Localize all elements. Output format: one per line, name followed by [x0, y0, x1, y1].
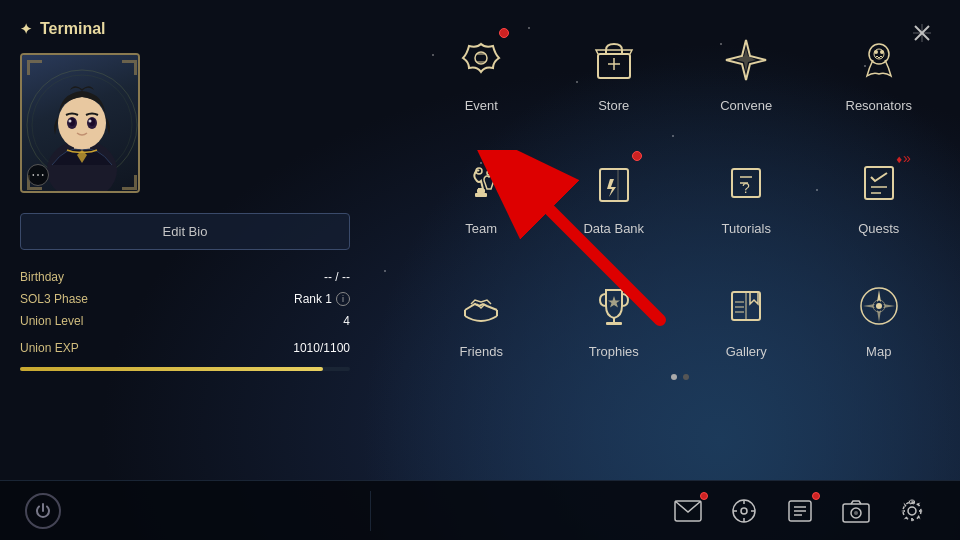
menu-item-map[interactable]: Map: [818, 266, 941, 369]
svg-point-26: [487, 171, 491, 175]
svg-point-21: [874, 50, 878, 54]
exp-bar-container: [20, 367, 350, 371]
mail-button[interactable]: [670, 493, 706, 529]
team-label: Team: [465, 221, 497, 236]
convene-label: Convene: [720, 98, 772, 113]
menu-item-friends[interactable]: Friends: [420, 266, 543, 369]
quests-icon-wrap: ⬧»: [849, 153, 909, 213]
bottom-right: [371, 493, 960, 529]
power-button[interactable]: [25, 493, 61, 529]
map-icon-wrap: [849, 276, 909, 336]
svg-point-14: [89, 120, 92, 123]
union-exp-label: Union EXP: [20, 341, 79, 355]
menu-item-team[interactable]: Team: [420, 143, 543, 246]
union-level-label: Union Level: [20, 314, 83, 328]
svg-rect-27: [600, 169, 628, 201]
menu-item-quests[interactable]: ⬧» Quests: [818, 143, 941, 246]
activity-button[interactable]: [726, 493, 762, 529]
terminal-title-text: Terminal: [40, 20, 106, 38]
data-bank-icon-wrap: [584, 153, 644, 213]
event-badge: [499, 28, 509, 38]
menu-item-tutorials[interactable]: ? Tutorials: [685, 143, 808, 246]
avatar-options-button[interactable]: ⋯: [27, 164, 49, 186]
camera-icon: [842, 499, 870, 523]
data-bank-icon: [590, 159, 638, 207]
camera-button[interactable]: [838, 493, 874, 529]
tutorials-icon: ?: [722, 159, 770, 207]
union-level-row: Union Level 4: [20, 314, 350, 328]
friends-icon: [457, 282, 505, 330]
menu-list-button[interactable]: [782, 493, 818, 529]
menu-badge: [812, 492, 820, 500]
svg-point-44: [741, 508, 747, 514]
sol3-info-icon[interactable]: i: [336, 292, 350, 306]
birthday-row: Birthday -- / --: [20, 270, 350, 284]
bottom-left: [0, 493, 370, 529]
store-icon-wrap: [584, 30, 644, 90]
svg-point-8: [58, 97, 106, 149]
map-icon: [855, 282, 903, 330]
trophies-icon: [590, 282, 638, 330]
convene-icon-wrap: [716, 30, 776, 90]
union-exp-row: Union EXP 1010/1100: [20, 341, 350, 355]
sol3-label: SOL3 Phase: [20, 292, 88, 306]
menu-item-gallery[interactable]: Gallery: [685, 266, 808, 369]
resonators-icon-wrap: [849, 30, 909, 90]
svg-point-56: [908, 507, 916, 515]
data-bank-label: Data Bank: [583, 221, 644, 236]
convene-icon: [722, 36, 770, 84]
map-label: Map: [866, 344, 891, 359]
sol3-row: SOL3 Phase Rank 1 i: [20, 292, 350, 306]
team-icon-wrap: [451, 153, 511, 213]
quests-icon: [855, 159, 903, 207]
menu-item-convene[interactable]: Convene: [685, 20, 808, 123]
main-menu: Event Store Con: [420, 20, 940, 380]
store-icon: [590, 36, 638, 84]
svg-rect-23: [475, 193, 487, 197]
gallery-label: Gallery: [726, 344, 767, 359]
birthday-label: Birthday: [20, 270, 64, 284]
union-level-value: 4: [343, 314, 350, 328]
avatar-section: ⋯: [20, 53, 350, 193]
svg-point-55: [854, 511, 858, 515]
svg-rect-32: [606, 322, 622, 325]
resonators-icon: [855, 36, 903, 84]
svg-text:?: ?: [742, 180, 750, 196]
gallery-icon: [722, 282, 770, 330]
gallery-icon-wrap: [716, 276, 776, 336]
exp-bar-fill: [20, 367, 323, 371]
settings-button[interactable]: [894, 493, 930, 529]
svg-rect-30: [865, 167, 893, 199]
tutorials-icon-wrap: ?: [716, 153, 776, 213]
edit-bio-button[interactable]: Edit Bio: [20, 213, 350, 250]
pagination-dot-1[interactable]: [671, 374, 677, 380]
menu-item-trophies[interactable]: Trophies: [553, 266, 676, 369]
birthday-value: -- / --: [324, 270, 350, 284]
trophies-label: Trophies: [589, 344, 639, 359]
pagination-dots: [420, 374, 940, 380]
team-icon: [457, 159, 505, 207]
menu-item-store[interactable]: Store: [553, 20, 676, 123]
quests-label: Quests: [858, 221, 899, 236]
sol3-value-text: Rank 1: [294, 292, 332, 306]
activity-icon: [731, 498, 757, 524]
union-exp-value: 1010/1100: [293, 341, 350, 355]
friends-icon-wrap: [451, 276, 511, 336]
bottom-bar: [0, 480, 960, 540]
trophies-icon-wrap: [584, 276, 644, 336]
menu-item-data-bank[interactable]: Data Bank: [553, 143, 676, 246]
event-icon-wrap: [451, 30, 511, 90]
terminal-icon: ✦: [20, 21, 32, 37]
left-panel: ✦ Terminal: [0, 0, 370, 480]
svg-point-22: [880, 50, 884, 54]
quests-badge: ⬧»: [895, 151, 911, 165]
close-button[interactable]: [904, 15, 940, 51]
resonators-label: Resonators: [846, 98, 912, 113]
power-icon: [33, 501, 53, 521]
tutorials-label: Tutorials: [722, 221, 771, 236]
menu-list-icon: [787, 499, 813, 523]
menu-item-event[interactable]: Event: [420, 20, 543, 123]
data-bank-badge: [632, 151, 642, 161]
avatar-frame: ⋯: [20, 53, 140, 193]
pagination-dot-2[interactable]: [683, 374, 689, 380]
